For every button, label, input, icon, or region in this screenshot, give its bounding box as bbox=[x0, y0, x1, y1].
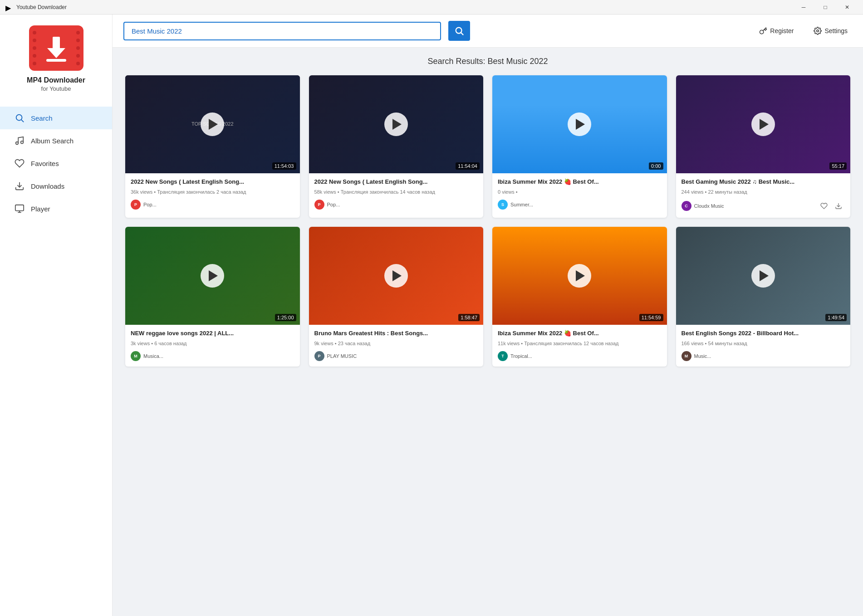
duration-badge: 11:54:03 bbox=[272, 162, 296, 170]
sidebar-label-favorites: Favorites bbox=[31, 160, 59, 167]
logo-dot bbox=[76, 46, 80, 50]
duration-badge: 1:58:47 bbox=[458, 314, 480, 321]
play-button-overlay bbox=[125, 227, 300, 325]
heart-icon bbox=[15, 158, 25, 168]
play-button-overlay bbox=[492, 227, 667, 325]
sidebar-item-search[interactable]: Search bbox=[0, 107, 112, 129]
register-label: Register bbox=[770, 27, 794, 34]
video-channel: S Summer... bbox=[498, 200, 533, 210]
sidebar-item-downloads[interactable]: Downloads bbox=[0, 175, 112, 197]
search-input[interactable] bbox=[123, 22, 441, 40]
channel-name: Cloudx Music bbox=[694, 203, 724, 209]
video-info: NEW reggae love songs 2022 | ALL... 3k v… bbox=[125, 325, 300, 367]
header-actions: Register Settings bbox=[755, 24, 852, 38]
svg-rect-8 bbox=[15, 205, 24, 211]
sidebar-label-downloads: Downloads bbox=[31, 182, 64, 190]
video-meta: 36k views • Трансляция закончилась 2 час… bbox=[131, 188, 294, 196]
duration-badge: 1:25:00 bbox=[275, 314, 296, 321]
channel-row: C Cloudx Music bbox=[682, 200, 845, 212]
play-circle bbox=[384, 264, 408, 288]
play-circle bbox=[568, 264, 591, 288]
sidebar-item-player[interactable]: Player bbox=[0, 197, 112, 220]
play-circle bbox=[384, 112, 408, 136]
settings-button[interactable]: Settings bbox=[809, 24, 852, 38]
favorite-button[interactable] bbox=[818, 200, 830, 212]
video-card[interactable]: 1:25:00 NEW reggae love songs 2022 | ALL… bbox=[125, 227, 300, 367]
svg-point-13 bbox=[817, 30, 819, 32]
video-channel: P PLAY MUSIC bbox=[314, 351, 357, 361]
video-thumbnail: 1:58:47 bbox=[309, 227, 484, 325]
download-button[interactable] bbox=[832, 200, 845, 212]
logo-dots-right bbox=[76, 25, 80, 71]
gear-icon bbox=[814, 27, 822, 35]
register-button[interactable]: Register bbox=[755, 24, 798, 38]
window-title: Youtube Downloader bbox=[16, 4, 793, 10]
video-card[interactable]: 55:17 Best Gaming Music 2022 ♫ Best Musi… bbox=[676, 75, 851, 218]
play-button-overlay bbox=[309, 75, 484, 173]
video-meta: 9k views • 23 часа назад bbox=[314, 340, 478, 347]
video-channel: P Pop... bbox=[131, 200, 157, 210]
video-title: Best English Songs 2022 - Billboard Hot.… bbox=[682, 329, 845, 337]
play-triangle bbox=[209, 270, 218, 281]
video-title: Ibiza Summer Mix 2022 🍓 Best Of... bbox=[498, 329, 662, 337]
settings-label: Settings bbox=[824, 27, 848, 34]
channel-name: Tropical... bbox=[510, 353, 532, 359]
logo-dot bbox=[33, 39, 36, 42]
svg-point-11 bbox=[456, 28, 462, 34]
svg-marker-1 bbox=[47, 48, 65, 58]
video-card[interactable]: 11:54:04 2022 New Songs ( Latest English… bbox=[309, 75, 484, 218]
video-grid: TOP SONGS 2022 11:54:03 2022 New Songs (… bbox=[125, 75, 850, 367]
video-thumbnail: 1:25:00 bbox=[125, 227, 300, 325]
key-icon bbox=[759, 27, 767, 35]
channel-name: Musica... bbox=[143, 353, 163, 359]
play-button-overlay bbox=[125, 75, 300, 173]
search-icon bbox=[15, 113, 25, 123]
app-body: MP4 Downloader for Youtube Search Album … bbox=[0, 15, 863, 616]
svg-point-3 bbox=[16, 115, 22, 121]
channel-row: P Pop... bbox=[314, 200, 478, 210]
video-channel: M Musica... bbox=[131, 351, 163, 361]
video-channel: M Music... bbox=[682, 351, 711, 361]
video-thumbnail: 0:00 bbox=[492, 75, 667, 173]
search-button[interactable] bbox=[448, 21, 470, 41]
main-content: Register Settings Search Results: Best M… bbox=[113, 15, 863, 616]
duration-badge: 1:49:54 bbox=[825, 314, 847, 321]
video-card[interactable]: TOP SONGS 2022 11:54:03 2022 New Songs (… bbox=[125, 75, 300, 218]
video-info: Ibiza Summer Mix 2022 🍓 Best Of... 0 vie… bbox=[492, 173, 667, 215]
channel-row: M Musica... bbox=[131, 351, 294, 361]
video-meta: 3k views • 6 часов назад bbox=[131, 340, 294, 347]
maximize-button[interactable]: □ bbox=[815, 0, 836, 14]
video-card[interactable]: 1:49:54 Best English Songs 2022 - Billbo… bbox=[676, 227, 851, 367]
download-icon bbox=[15, 181, 25, 191]
video-meta: 0 views • bbox=[498, 188, 662, 196]
video-title: Bruno Mars Greatest Hits : Best Songs... bbox=[314, 329, 478, 337]
sidebar-label-album-search: Album Search bbox=[31, 137, 74, 145]
channel-avatar: M bbox=[131, 351, 141, 361]
channel-avatar: P bbox=[314, 351, 324, 361]
minimize-button[interactable]: ─ bbox=[793, 0, 814, 14]
play-circle bbox=[201, 112, 224, 136]
sidebar-label-search: Search bbox=[31, 114, 53, 122]
sidebar-item-album-search[interactable]: Album Search bbox=[0, 129, 112, 152]
video-info: 2022 New Songs ( Latest English Song... … bbox=[309, 173, 484, 215]
video-info: Best Gaming Music 2022 ♫ Best Music... 2… bbox=[676, 173, 851, 218]
video-card[interactable]: 11:54:59 Ibiza Summer Mix 2022 🍓 Best Of… bbox=[492, 227, 667, 367]
channel-row: P Pop... bbox=[131, 200, 294, 210]
close-button[interactable]: ✕ bbox=[837, 0, 858, 14]
video-channel: P Pop... bbox=[314, 200, 340, 210]
channel-avatar: C bbox=[682, 201, 691, 211]
channel-avatar: M bbox=[682, 351, 691, 361]
video-card[interactable]: 1:58:47 Bruno Mars Greatest Hits : Best … bbox=[309, 227, 484, 367]
channel-row: M Music... bbox=[682, 351, 845, 361]
video-thumbnail: 1:49:54 bbox=[676, 227, 851, 325]
play-triangle bbox=[392, 270, 402, 281]
search-header: Register Settings bbox=[113, 15, 863, 48]
play-button-overlay bbox=[676, 227, 851, 325]
window-controls: ─ □ ✕ bbox=[793, 0, 858, 14]
channel-name: Summer... bbox=[510, 202, 533, 207]
channel-avatar: S bbox=[498, 200, 508, 210]
sidebar-item-favorites[interactable]: Favorites bbox=[0, 152, 112, 175]
video-card[interactable]: 0:00 Ibiza Summer Mix 2022 🍓 Best Of... … bbox=[492, 75, 667, 218]
logo-dot bbox=[33, 54, 36, 58]
sidebar-label-player: Player bbox=[31, 205, 50, 213]
